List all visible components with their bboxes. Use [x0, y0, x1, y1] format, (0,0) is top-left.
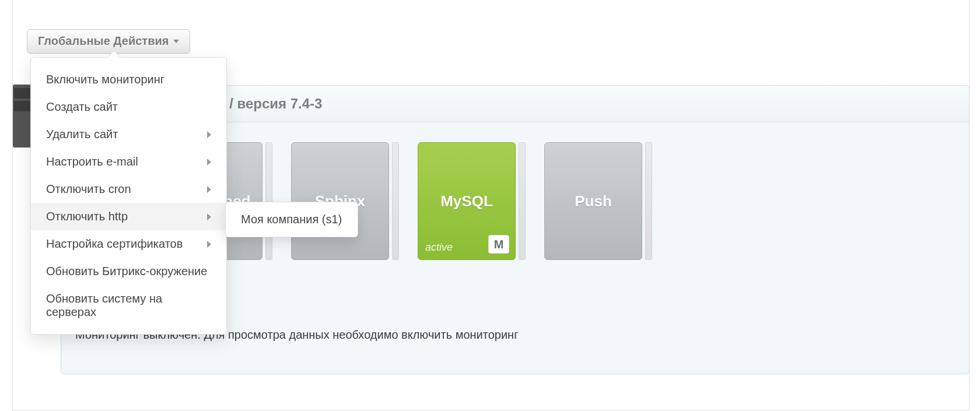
- global-actions-label: Глобальные Действия: [38, 34, 169, 48]
- submenu-item-label: Моя компания (s1): [241, 213, 342, 226]
- dropdown-item[interactable]: Отключить http: [31, 203, 226, 230]
- dropdown-item[interactable]: Создать сайт: [31, 93, 226, 121]
- service-tile[interactable]: Push: [544, 142, 642, 260]
- service-tile[interactable]: Sphinx: [291, 142, 389, 260]
- dropdown-item-label: Обновить систему на серверах: [46, 292, 211, 319]
- dropdown-item[interactable]: Удалить сайт: [31, 121, 226, 148]
- chevron-right-icon: [207, 213, 211, 220]
- dropdown-item[interactable]: Обновить Битрикс-окружение: [31, 258, 226, 285]
- service-tile-side-tag: [392, 142, 399, 260]
- dropdown-item-label: Отключить cron: [46, 182, 131, 196]
- dropdown-item[interactable]: Включить мониторинг: [31, 66, 226, 93]
- page-root: Глобальные Действия ab.com / 80.87.201.2…: [0, 0, 980, 411]
- dropdown-item-label: Создать сайт: [46, 100, 118, 114]
- submenu-item[interactable]: Моя компания (s1): [226, 206, 358, 233]
- dropdown-item-label: Отключить http: [46, 210, 128, 223]
- chevron-right-icon: [207, 131, 211, 138]
- global-actions-button[interactable]: Глобальные Действия: [27, 29, 190, 54]
- dropdown-item-label: Включить мониторинг: [46, 73, 164, 86]
- service-tile-side-tag: [265, 142, 272, 260]
- chevron-right-icon: [207, 241, 211, 248]
- service-tile-label: Push: [575, 192, 612, 210]
- global-actions-dropdown: Включить мониторингСоздать сайтУдалить с…: [30, 57, 227, 335]
- dropdown-item[interactable]: Обновить систему на серверах: [31, 285, 226, 326]
- dropdown-item-label: Настройка сертификатов: [46, 237, 183, 251]
- dropdown-item-label: Настроить e-mail: [46, 155, 138, 168]
- service-tile-wrap: Push: [544, 142, 652, 260]
- dropdown-item[interactable]: Отключить cron: [31, 175, 226, 203]
- dropdown-item[interactable]: Настройка сертификатов: [31, 230, 226, 258]
- master-badge: M: [488, 235, 509, 254]
- service-tile[interactable]: MySQLactiveM: [418, 142, 516, 260]
- dropdown-item-label: Обновить Битрикс-окружение: [46, 265, 207, 278]
- service-tile-wrap: Sphinx: [291, 142, 399, 260]
- service-tile-label: MySQL: [440, 192, 493, 210]
- caret-down-icon: [173, 40, 179, 43]
- service-tile-wrap: MySQLactiveM: [418, 142, 526, 260]
- service-tile-side-tag: [645, 142, 652, 260]
- chevron-right-icon: [207, 186, 211, 193]
- disable-http-submenu: Моя компания (s1): [225, 202, 358, 237]
- dropdown-item-label: Удалить сайт: [46, 128, 118, 141]
- service-status-label: active: [425, 241, 453, 254]
- service-tile-side-tag: [519, 142, 526, 260]
- chevron-right-icon: [207, 159, 211, 166]
- dropdown-item[interactable]: Настроить e-mail: [31, 148, 226, 175]
